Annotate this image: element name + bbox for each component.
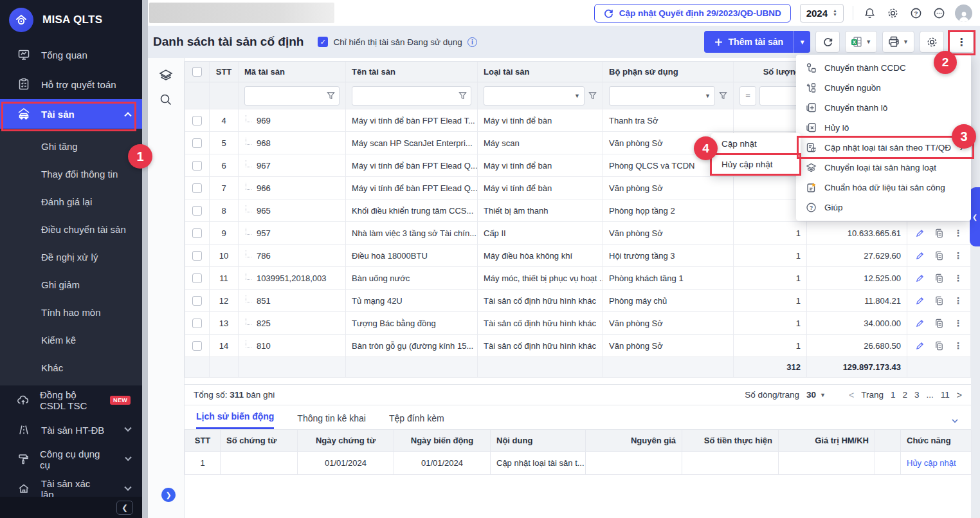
collapse-detail-icon[interactable] [950,416,959,425]
copy-icon[interactable] [934,251,944,261]
tab-tep-dinh-kem[interactable]: Tệp đính kèm [389,413,444,429]
sidebar-item-tong-quan[interactable]: Tổng quan [0,40,142,69]
edit-icon[interactable] [915,251,925,261]
menu-huy-lo[interactable]: Hủy lô [796,118,971,138]
menu-chuyen-thanh-ccdc[interactable]: Chuyển thành CCDC [796,58,971,78]
copy-icon[interactable] [934,296,944,306]
table-row[interactable]: 9 957 Nhà làm việc 3 tầng sở Tài chín...… [185,222,971,245]
col-bo-phan-su-dung[interactable]: Bộ phận sử dụng [603,62,734,82]
add-asset-dropdown[interactable]: ▼ [794,31,810,53]
rows-per-page-select[interactable]: 30▼ [806,390,826,400]
row-checkbox[interactable] [192,206,202,216]
sidebar-submenu-item[interactable]: Ghi tăng [0,133,142,160]
copy-icon[interactable] [934,341,944,351]
row-more-icon[interactable]: ⋮ [954,228,963,238]
sidebar-item-tai-san-ht-db[interactable]: Tài sản HT-ĐB [0,415,142,445]
more-options-icon[interactable] [932,6,946,20]
grid-settings-button[interactable] [920,31,944,53]
filter-so-luong-input[interactable] [764,91,796,100]
right-panel-toggle[interactable]: ❮ [970,187,980,246]
edit-icon[interactable] [915,341,925,351]
prev-page-button[interactable]: < [849,390,854,400]
update-decision-button[interactable]: Cập nhật Quyết định 29/2023/QĐ-UBND [594,4,791,23]
row-more-icon[interactable]: ⋮ [954,340,963,351]
layers-tool-icon[interactable] [158,68,174,82]
info-icon[interactable]: i [467,37,477,47]
filter-funnel-icon[interactable] [327,91,335,100]
filter-ten-tai-san-input[interactable] [356,91,458,100]
table-row[interactable]: 12 851 Tủ mạng 42U Tài sản cố định hữu h… [185,290,971,312]
filter-funnel-icon[interactable] [588,91,597,100]
row-more-icon[interactable]: ⋮ [954,250,963,261]
settings-gear-icon[interactable] [885,6,900,20]
notification-bell-icon[interactable] [862,6,876,20]
sidebar-submenu-item[interactable]: Khác [0,354,142,382]
user-avatar[interactable] [955,5,972,22]
sidebar-submenu-item[interactable]: Tính hao mòn [0,299,142,326]
sidebar-submenu-item[interactable]: Đánh giá lại [0,188,142,216]
tab-thong-tin-ke-khai[interactable]: Thông tin kê khai [297,413,366,429]
table-row[interactable]: 11 1039951,2018,003 Bàn uống nước Máy mó… [185,267,971,290]
menu-chuan-hoa-du-lieu[interactable]: Chuẩn hóa dữ liệu tài sản công [796,178,971,198]
menu-chuyen-loai-hang-loat[interactable]: Chuyển loại tài sản hàng loạt [796,158,971,178]
tab-lich-su-bien-dong[interactable]: Lịch sử biến động [196,411,274,429]
select-all-checkbox[interactable] [192,67,202,77]
sidebar-submenu-item[interactable]: Kiểm kê [0,326,142,354]
copy-icon[interactable] [934,273,944,283]
row-checkbox[interactable] [192,228,202,238]
filter-loai-tai-san-select[interactable] [488,91,574,100]
col-stt[interactable]: STT [210,62,239,82]
refresh-button[interactable] [815,31,840,53]
page-number[interactable]: 2 [903,390,908,400]
copy-icon[interactable] [934,228,944,238]
row-checkbox[interactable] [192,341,202,351]
col-ten-tai-san[interactable]: Tên tài sản [346,62,478,82]
row-more-icon[interactable]: ⋮ [954,318,963,328]
menu-giup[interactable]: ? Giúp [796,198,971,217]
add-asset-button[interactable]: Thêm tài sản ▼ [704,31,811,53]
filter-funnel-icon[interactable] [458,91,467,100]
row-checkbox[interactable] [192,183,202,193]
sidebar-submenu-item[interactable]: Ghi giảm [0,271,142,299]
export-excel-button[interactable]: X ▼ [845,31,877,53]
sidebar-item-tai-san[interactable]: Tài sản [0,99,142,129]
edit-icon[interactable] [915,319,925,328]
submenu-cap-nhat[interactable]: Cập nhật [711,133,801,154]
filter-funnel-icon[interactable] [719,91,727,100]
filter-in-use-checkbox[interactable]: ✓ [318,37,328,47]
spinner-icon[interactable]: ▲▼ [833,9,837,17]
sidebar-submenu-item[interactable]: Thay đổi thông tin [0,160,142,188]
menu-chuyen-nguon[interactable]: Chuyển nguồn [796,78,971,98]
row-more-icon[interactable]: ⋮ [954,295,963,306]
row-more-icon[interactable]: ⋮ [954,273,963,283]
search-tool-icon[interactable] [159,93,173,107]
edit-icon[interactable] [915,273,925,283]
help-icon[interactable]: ? [909,6,923,20]
filter-bo-phan-select[interactable] [613,91,705,100]
sidebar-item-cong-cu-dung-cu[interactable]: Công cụ dụng cụ [0,445,142,474]
page-number[interactable]: 3 [914,390,920,400]
sidebar-submenu-item[interactable]: Đề nghị xử lý [0,243,142,271]
edit-icon[interactable] [915,228,925,238]
more-actions-button[interactable]: ⋮ [949,31,974,53]
col-ma-tai-san[interactable]: Mã tài sản [239,62,346,82]
row-checkbox[interactable] [192,161,202,171]
sidebar-item-dong-bo-csdl[interactable]: Đồng bộ CSDL TSC NEW [0,385,142,415]
sidebar-submenu-item[interactable]: Điều chuyển tài sản [0,216,142,243]
cancel-update-link[interactable]: Hủy cập nhật [901,452,972,475]
row-checkbox[interactable] [192,319,202,328]
filter-operator[interactable]: = [740,86,756,106]
sidebar-item-ho-tro-quyet-toan[interactable]: Hỗ trợ quyết toán [0,69,142,99]
row-checkbox[interactable] [192,296,202,306]
submenu-huy-cap-nhat[interactable]: Hủy cập nhật [711,154,801,174]
page-number[interactable]: 1 [891,390,896,400]
filter-ma-tai-san-input[interactable] [249,91,327,100]
row-checkbox[interactable] [192,116,202,125]
menu-cap-nhat-loai-tai-san[interactable]: Cập nhật loại tài sản theo TT/QĐ › [796,138,971,158]
fiscal-year-selector[interactable]: 2024 ▲▼ [800,4,844,23]
sidebar-collapse-button[interactable]: ❮ [116,501,133,515]
table-row[interactable]: 13 825 Tượng Bác bằng đồng Tài sản cố đị… [185,312,971,335]
page-number[interactable]: ... [927,390,934,400]
edit-icon[interactable] [915,296,925,306]
copy-icon[interactable] [934,319,944,328]
